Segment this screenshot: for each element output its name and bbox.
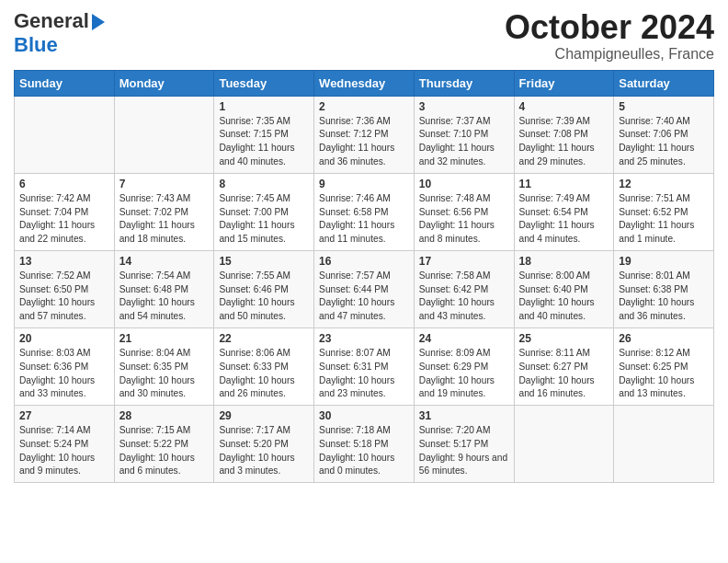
calendar-cell: 12Sunrise: 7:51 AM Sunset: 6:52 PM Dayli… [614,173,714,250]
calendar-cell [614,406,714,483]
day-number: 3 [419,100,509,113]
cell-content: Sunrise: 7:49 AM Sunset: 6:54 PM Dayligh… [519,192,609,247]
day-number: 4 [519,100,609,113]
day-number: 26 [619,332,709,345]
day-number: 25 [519,332,609,345]
calendar-cell: 13Sunrise: 7:52 AM Sunset: 6:50 PM Dayli… [15,250,115,327]
cell-content: Sunrise: 8:06 AM Sunset: 6:33 PM Dayligh… [219,347,309,401]
calendar-cell: 10Sunrise: 7:48 AM Sunset: 6:56 PM Dayli… [414,173,514,250]
day-of-week-header: Thursday [414,70,514,96]
calendar-cell: 6Sunrise: 7:42 AM Sunset: 7:04 PM Daylig… [15,173,115,250]
calendar-cell: 17Sunrise: 7:58 AM Sunset: 6:42 PM Dayli… [414,250,514,327]
cell-content: Sunrise: 7:54 AM Sunset: 6:48 PM Dayligh… [119,270,210,324]
location-text: Champigneulles, France [505,46,714,63]
day-number: 7 [119,178,210,190]
calendar-week-row: 27Sunrise: 7:14 AM Sunset: 5:24 PM Dayli… [15,406,714,483]
cell-content: Sunrise: 8:01 AM Sunset: 6:38 PM Dayligh… [619,270,709,324]
day-number: 14 [119,255,210,268]
cell-content: Sunrise: 7:42 AM Sunset: 7:04 PM Dayligh… [19,192,109,247]
day-number: 23 [319,332,409,345]
calendar-cell: 24Sunrise: 8:09 AM Sunset: 6:29 PM Dayli… [414,327,514,405]
calendar-week-row: 6Sunrise: 7:42 AM Sunset: 7:04 PM Daylig… [15,173,714,250]
day-number: 22 [219,332,309,345]
day-number: 15 [219,255,309,268]
calendar-cell: 1Sunrise: 7:35 AM Sunset: 7:15 PM Daylig… [214,96,314,173]
logo-arrow-icon [92,14,105,30]
cell-content: Sunrise: 7:51 AM Sunset: 6:52 PM Dayligh… [619,192,709,247]
cell-content: Sunrise: 8:12 AM Sunset: 6:25 PM Dayligh… [619,347,709,401]
day-number: 9 [319,178,409,190]
calendar-week-row: 13Sunrise: 7:52 AM Sunset: 6:50 PM Dayli… [15,250,714,327]
month-title: October 2024 [505,9,714,46]
calendar-cell: 26Sunrise: 8:12 AM Sunset: 6:25 PM Dayli… [614,327,714,405]
day-of-week-header: Friday [514,70,614,96]
day-number: 2 [319,100,409,113]
cell-content: Sunrise: 7:36 AM Sunset: 7:12 PM Dayligh… [319,115,409,169]
cell-content: Sunrise: 8:03 AM Sunset: 6:36 PM Dayligh… [19,347,109,401]
cell-content: Sunrise: 7:45 AM Sunset: 7:00 PM Dayligh… [219,192,309,247]
logo-blue-text: Blue [14,33,58,56]
day-of-week-header: Wednesday [314,70,415,96]
cell-content: Sunrise: 7:39 AM Sunset: 7:08 PM Dayligh… [519,115,609,169]
day-number: 21 [119,332,210,345]
calendar-cell: 19Sunrise: 8:01 AM Sunset: 6:38 PM Dayli… [614,250,714,327]
cell-content: Sunrise: 8:07 AM Sunset: 6:31 PM Dayligh… [319,347,409,401]
logo-general-text: General [14,9,89,33]
calendar-cell: 28Sunrise: 7:15 AM Sunset: 5:22 PM Dayli… [114,406,214,483]
cell-content: Sunrise: 7:48 AM Sunset: 6:56 PM Dayligh… [419,192,509,247]
day-of-week-header: Saturday [614,70,714,96]
cell-content: Sunrise: 7:46 AM Sunset: 6:58 PM Dayligh… [319,192,409,247]
calendar-cell: 3Sunrise: 7:37 AM Sunset: 7:10 PM Daylig… [414,96,514,173]
day-number: 16 [319,255,409,268]
day-number: 6 [19,178,109,190]
cell-content: Sunrise: 7:43 AM Sunset: 7:02 PM Dayligh… [119,192,210,247]
calendar-cell: 22Sunrise: 8:06 AM Sunset: 6:33 PM Dayli… [214,327,314,405]
cell-content: Sunrise: 7:14 AM Sunset: 5:24 PM Dayligh… [19,424,109,478]
day-number: 17 [419,255,509,268]
calendar-cell: 31Sunrise: 7:20 AM Sunset: 5:17 PM Dayli… [414,406,514,483]
day-number: 18 [519,255,609,268]
day-number: 29 [219,409,309,422]
calendar-week-row: 1Sunrise: 7:35 AM Sunset: 7:15 PM Daylig… [15,96,714,173]
logo: General Blue [14,9,105,57]
cell-content: Sunrise: 7:15 AM Sunset: 5:22 PM Dayligh… [119,424,210,478]
cell-content: Sunrise: 7:40 AM Sunset: 7:06 PM Dayligh… [619,115,709,169]
calendar-cell: 21Sunrise: 8:04 AM Sunset: 6:35 PM Dayli… [114,327,214,405]
day-number: 12 [619,178,709,190]
calendar-cell [114,96,214,173]
calendar-cell: 8Sunrise: 7:45 AM Sunset: 7:00 PM Daylig… [214,173,314,250]
cell-content: Sunrise: 7:58 AM Sunset: 6:42 PM Dayligh… [419,270,509,324]
calendar-title-block: October 2024 Champigneulles, France [505,9,714,63]
day-number: 1 [219,100,309,113]
cell-content: Sunrise: 7:57 AM Sunset: 6:44 PM Dayligh… [319,270,409,324]
cell-content: Sunrise: 8:11 AM Sunset: 6:27 PM Dayligh… [519,347,609,401]
day-number: 5 [619,100,709,113]
cell-content: Sunrise: 8:04 AM Sunset: 6:35 PM Dayligh… [119,347,210,401]
day-of-week-header: Tuesday [214,70,314,96]
day-number: 20 [19,332,109,345]
calendar-cell: 9Sunrise: 7:46 AM Sunset: 6:58 PM Daylig… [314,173,415,250]
calendar-cell [514,406,614,483]
calendar-cell: 29Sunrise: 7:17 AM Sunset: 5:20 PM Dayli… [214,406,314,483]
calendar-cell: 27Sunrise: 7:14 AM Sunset: 5:24 PM Dayli… [15,406,115,483]
cell-content: Sunrise: 8:09 AM Sunset: 6:29 PM Dayligh… [419,347,509,401]
cell-content: Sunrise: 7:17 AM Sunset: 5:20 PM Dayligh… [219,424,309,478]
cell-content: Sunrise: 7:37 AM Sunset: 7:10 PM Dayligh… [419,115,509,169]
day-number: 30 [319,409,409,422]
day-number: 11 [519,178,609,190]
day-number: 24 [419,332,509,345]
day-number: 13 [19,255,109,268]
calendar-cell: 23Sunrise: 8:07 AM Sunset: 6:31 PM Dayli… [314,327,415,405]
day-of-week-header: Monday [114,70,214,96]
calendar-cell: 18Sunrise: 8:00 AM Sunset: 6:40 PM Dayli… [514,250,614,327]
calendar-table: SundayMondayTuesdayWednesdayThursdayFrid… [14,70,714,484]
cell-content: Sunrise: 7:52 AM Sunset: 6:50 PM Dayligh… [19,270,109,324]
cell-content: Sunrise: 7:20 AM Sunset: 5:17 PM Dayligh… [419,424,509,478]
calendar-cell [15,96,115,173]
calendar-cell: 16Sunrise: 7:57 AM Sunset: 6:44 PM Dayli… [314,250,415,327]
calendar-cell: 7Sunrise: 7:43 AM Sunset: 7:02 PM Daylig… [114,173,214,250]
calendar-cell: 25Sunrise: 8:11 AM Sunset: 6:27 PM Dayli… [514,327,614,405]
calendar-cell: 30Sunrise: 7:18 AM Sunset: 5:18 PM Dayli… [314,406,415,483]
calendar-cell: 11Sunrise: 7:49 AM Sunset: 6:54 PM Dayli… [514,173,614,250]
day-number: 10 [419,178,509,190]
